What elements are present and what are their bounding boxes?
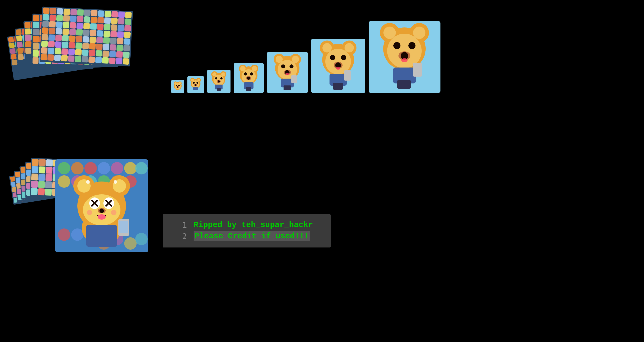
char-sprite-medium-3 xyxy=(207,70,230,93)
svg-point-106 xyxy=(124,237,136,250)
svg-point-62 xyxy=(322,43,332,53)
code-line-2: 2 Please Credit if used!!! xyxy=(169,231,324,241)
svg-point-126 xyxy=(86,180,90,184)
svg-point-63 xyxy=(344,43,354,53)
svg-point-107 xyxy=(135,233,148,245)
svg-point-52 xyxy=(290,64,294,68)
char-sprite-tiny-1 xyxy=(171,80,184,93)
svg-point-49 xyxy=(292,56,299,63)
svg-point-90 xyxy=(84,162,97,175)
svg-point-42 xyxy=(247,77,250,80)
svg-point-40 xyxy=(250,72,253,75)
svg-point-92 xyxy=(111,162,123,175)
svg-point-66 xyxy=(341,55,346,60)
svg-rect-44 xyxy=(246,87,251,91)
svg-point-91 xyxy=(98,162,110,175)
svg-point-6 xyxy=(176,85,177,86)
svg-point-48 xyxy=(276,56,283,63)
svg-rect-57 xyxy=(284,85,291,90)
char-sprite-xxl-7 xyxy=(369,21,440,93)
svg-rect-130 xyxy=(119,221,128,233)
svg-point-17 xyxy=(196,82,198,84)
svg-point-80 xyxy=(408,42,416,49)
svg-point-95 xyxy=(58,175,70,188)
svg-point-77 xyxy=(413,27,426,39)
svg-rect-86 xyxy=(412,63,422,77)
svg-point-28 xyxy=(220,77,222,79)
svg-point-102 xyxy=(71,228,84,241)
char-sprite-xl-6 xyxy=(311,39,365,93)
code-text-1: Ripped by teh_supar_hackr xyxy=(194,221,313,230)
svg-point-88 xyxy=(58,162,70,175)
svg-point-76 xyxy=(384,27,396,39)
svg-rect-85 xyxy=(397,80,411,89)
svg-point-124 xyxy=(87,210,92,215)
char-sprite-large-5 xyxy=(267,52,308,93)
svg-point-30 xyxy=(218,80,220,83)
svg-point-89 xyxy=(71,162,84,175)
credit-code-block: 1 Ripped by teh_supar_hackr 2 Please Cre… xyxy=(163,214,330,247)
large-char-sprite xyxy=(55,159,148,252)
svg-point-7 xyxy=(178,85,180,86)
svg-rect-20 xyxy=(194,87,198,90)
line-number-1: 1 xyxy=(169,221,187,230)
char-sprite-small-2 xyxy=(188,76,204,93)
svg-rect-128 xyxy=(86,225,117,247)
svg-point-9 xyxy=(177,86,178,88)
svg-point-79 xyxy=(394,42,400,49)
svg-point-125 xyxy=(111,210,116,215)
svg-point-16 xyxy=(193,82,195,84)
svg-point-51 xyxy=(281,64,285,68)
svg-point-39 xyxy=(244,72,247,75)
svg-point-19 xyxy=(195,84,196,86)
svg-point-94 xyxy=(135,162,148,175)
svg-point-122 xyxy=(100,209,104,213)
code-line-1: 1 Ripped by teh_supar_hackr xyxy=(169,221,324,230)
svg-rect-72 xyxy=(344,70,351,81)
svg-rect-58 xyxy=(291,75,297,83)
svg-point-123 xyxy=(98,214,106,220)
svg-point-65 xyxy=(330,55,335,60)
svg-point-55 xyxy=(286,73,289,75)
svg-point-27 xyxy=(215,77,217,79)
char-sprites-top-right xyxy=(171,21,440,93)
svg-point-83 xyxy=(401,58,408,62)
svg-rect-71 xyxy=(333,83,343,90)
svg-point-69 xyxy=(336,67,340,70)
svg-point-93 xyxy=(124,162,136,175)
code-text-2: Please Credit if used!!! xyxy=(194,231,310,241)
char-sprite-medium-large-4 xyxy=(234,63,264,93)
svg-point-101 xyxy=(58,228,70,241)
sheet-layer-5 xyxy=(40,7,133,66)
svg-rect-32 xyxy=(217,88,221,91)
line-number-2: 2 xyxy=(169,232,187,241)
svg-point-127 xyxy=(114,180,117,184)
